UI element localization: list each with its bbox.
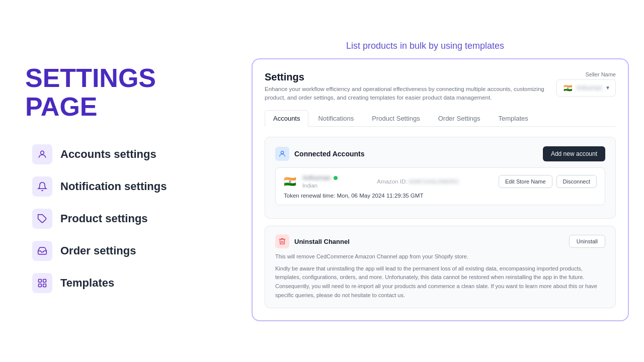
add-new-account-button[interactable]: Add new account: [543, 146, 605, 161]
user-icon: [37, 149, 47, 159]
tab-order-settings[interactable]: Order Settings: [430, 110, 489, 126]
uninstall-title: Uninstall Channel: [294, 238, 350, 245]
seller-name-value: Arthuman: [576, 84, 602, 92]
tab-templates[interactable]: Templates: [490, 110, 537, 126]
accounts-section-icon: [275, 147, 289, 161]
uninstall-icon-wrap: [275, 234, 289, 248]
uninstall-desc1: This will remove CedCommerce Amazon Chan…: [275, 252, 605, 261]
account-row: 🇮🇳 Arthuman Indian Amazon ID: A3AF1HGL0N…: [275, 167, 605, 205]
user-section-icon: [278, 150, 286, 158]
nav-item-orders[interactable]: Order settings: [25, 236, 191, 266]
svg-point-7: [281, 151, 283, 154]
edit-store-name-button[interactable]: Edit Store Name: [499, 175, 552, 188]
templates-icon-wrap: [32, 273, 52, 293]
settings-card: Settings Enhance your workflow efficienc…: [252, 58, 629, 321]
tab-notifications[interactable]: Notifications: [309, 110, 362, 126]
uninstall-button[interactable]: Uninstall: [569, 235, 605, 248]
nav-item-templates[interactable]: Templates: [25, 268, 191, 298]
nav-item-notifications[interactable]: Notification settings: [25, 171, 191, 202]
svg-point-0: [41, 151, 44, 155]
status-dot: [334, 176, 338, 180]
callout-text: List products in bulk by using templates: [346, 41, 504, 51]
uninstall-title-row: Uninstall Channel: [275, 234, 350, 248]
account-country: Indian: [302, 183, 338, 189]
notifications-label: Notification settings: [60, 180, 167, 193]
account-id: Amazon ID: A3AF1HGL0NERIC: [344, 178, 493, 185]
accounts-label: Accounts settings: [60, 148, 156, 161]
chevron-down-icon: ▼: [605, 85, 610, 90]
account-flag: 🇮🇳: [284, 175, 296, 188]
svg-rect-2: [39, 280, 42, 283]
orders-label: Order settings: [60, 244, 136, 257]
right-panel: List products in bulk by using templates…: [216, 31, 644, 331]
svg-rect-3: [43, 280, 46, 283]
uninstall-desc2: Kindly be aware that uninstalling the ap…: [275, 264, 605, 300]
orders-icon-wrap: [32, 241, 52, 261]
templates-label: Templates: [60, 277, 114, 290]
settings-title: Settings: [265, 71, 546, 83]
tabs: Accounts Notifications Product Settings …: [265, 110, 616, 127]
tag-icon: [37, 214, 47, 224]
grid-icon: [37, 278, 47, 288]
callout-area: List products in bulk by using templates: [252, 41, 629, 56]
tab-accounts[interactable]: Accounts: [265, 110, 308, 127]
settings-header: Settings Enhance your workflow efficienc…: [265, 71, 616, 103]
connected-accounts-section: Connected Accounts Add new account 🇮🇳 Ar…: [265, 137, 616, 219]
account-actions: Edit Store Name Disconnect: [499, 175, 597, 188]
account-name: Arthuman: [302, 174, 331, 182]
india-flag: 🇮🇳: [562, 82, 573, 94]
settings-desc: Enhance your workflow efficiency and ope…: [265, 85, 546, 103]
section-title-row: Connected Accounts: [275, 147, 365, 161]
amazon-id-label: Amazon ID:: [377, 178, 407, 185]
account-info: 🇮🇳 Arthuman Indian Amazon ID: A3AF1HGL0N…: [284, 174, 597, 189]
disconnect-button[interactable]: Disconnect: [556, 175, 597, 188]
settings-title-area: Settings Enhance your workflow efficienc…: [265, 71, 546, 103]
notifications-icon-wrap: [32, 176, 52, 197]
seller-dropdown[interactable]: 🇮🇳 Arthuman ▼: [556, 79, 616, 97]
nav-item-accounts[interactable]: Accounts settings: [25, 139, 191, 169]
bell-icon: [37, 182, 47, 192]
svg-rect-4: [39, 284, 42, 287]
uninstall-header: Uninstall Channel Uninstall: [275, 234, 605, 248]
products-icon-wrap: [32, 209, 52, 229]
amazon-id-value: A3AF1HGL0NERIC: [409, 178, 459, 185]
page-title: SETTINGS PAGE: [25, 64, 191, 121]
svg-rect-5: [43, 284, 46, 287]
accounts-icon-wrap: [32, 144, 52, 164]
inbox-icon: [37, 246, 47, 256]
uninstall-card: Uninstall Channel Uninstall This will re…: [265, 226, 616, 308]
products-label: Product settings: [60, 212, 148, 225]
account-name-row: Arthuman: [302, 174, 338, 182]
token-renewal: Token renewal time: Mon, 06 May 2024 11:…: [284, 193, 597, 199]
seller-name-label: Seller Name: [585, 71, 616, 77]
connected-accounts-header: Connected Accounts Add new account: [275, 146, 605, 161]
account-name-wrap: Arthuman Indian: [302, 174, 338, 189]
nav-item-products[interactable]: Product settings: [25, 204, 191, 234]
trash-icon: [278, 237, 286, 245]
connected-accounts-title: Connected Accounts: [294, 150, 365, 158]
left-panel: SETTINGS PAGE Accounts settings Notifica…: [0, 44, 216, 318]
seller-name-wrap: Seller Name 🇮🇳 Arthuman ▼: [556, 71, 616, 97]
tab-product-settings[interactable]: Product Settings: [363, 110, 428, 126]
nav-list: Accounts settings Notification settings …: [25, 139, 191, 298]
